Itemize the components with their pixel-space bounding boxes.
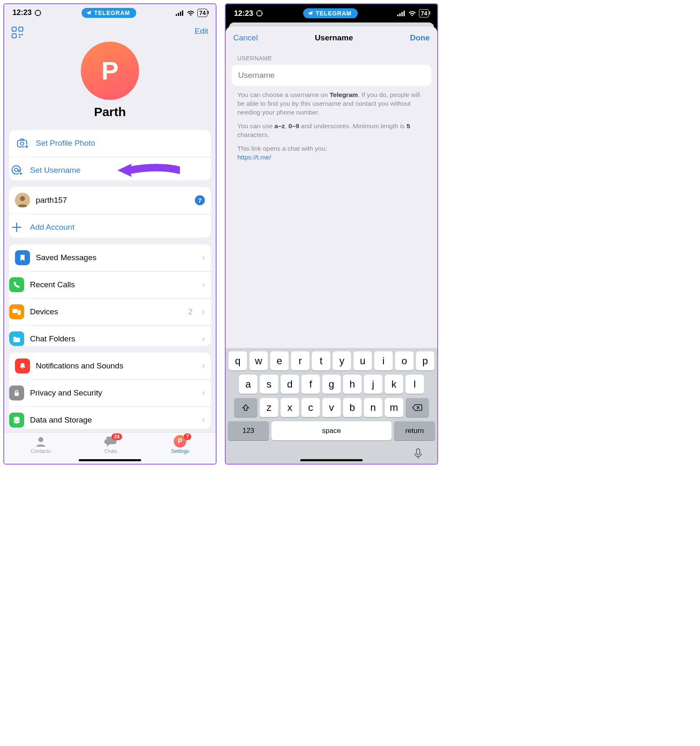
add-account-row[interactable]: Add Account — [9, 214, 211, 238]
key-r[interactable]: r — [291, 351, 309, 371]
key-k[interactable]: k — [385, 375, 403, 394]
arrow-pointer-icon — [117, 162, 180, 179]
profile-name: Parth — [4, 105, 216, 119]
key-f[interactable]: f — [301, 375, 320, 394]
telegram-pill[interactable]: TELEGRAM — [303, 8, 358, 18]
keyboard-row-3: z x c v b n m — [228, 398, 435, 417]
bell-icon — [15, 358, 30, 373]
key-x[interactable]: x — [281, 398, 299, 417]
home-indicator[interactable] — [79, 459, 141, 461]
tab-settings[interactable]: P 7 Settings — [171, 435, 189, 454]
svg-point-12 — [20, 142, 24, 145]
location-icon — [256, 10, 263, 17]
key-backspace[interactable] — [406, 398, 429, 417]
add-account-label: Add Account — [30, 223, 205, 232]
key-shift[interactable] — [234, 398, 257, 417]
help-text-2: You can use a–z, 0–9 and underscores. Mi… — [226, 117, 437, 139]
accounts-group: parth157 7 Add Account — [9, 187, 211, 238]
account-row[interactable]: parth157 7 — [9, 187, 211, 214]
keyboard: q w e r t y u i o p a s d f g h j k l — [226, 348, 437, 464]
key-j[interactable]: j — [364, 375, 382, 394]
chat-folders-row[interactable]: Chat Folders › — [9, 325, 211, 346]
tme-link[interactable]: https://t.me/ — [237, 154, 271, 161]
data-storage-row[interactable]: Data and Storage › — [9, 406, 211, 429]
set-username-row[interactable]: Set Username — [9, 157, 211, 181]
privacy-row[interactable]: Privacy and Security › — [9, 379, 211, 406]
chats-badge: 24 — [112, 433, 122, 440]
privacy-label: Privacy and Security — [30, 388, 193, 398]
svg-rect-5 — [12, 27, 16, 31]
chevron-right-icon: › — [202, 306, 205, 317]
svg-rect-20 — [17, 310, 21, 315]
account-badge: 7 — [195, 195, 205, 205]
username-input-row[interactable] — [232, 65, 431, 86]
key-space[interactable]: space — [272, 421, 392, 440]
cancel-button[interactable]: Cancel — [233, 33, 258, 42]
key-q[interactable]: q — [229, 351, 247, 371]
key-return[interactable]: return — [394, 421, 435, 440]
svg-rect-7 — [12, 34, 16, 38]
sheet-title: Username — [315, 33, 353, 42]
notifications-row[interactable]: Notifications and Sounds › — [9, 353, 211, 379]
username-input[interactable] — [238, 71, 425, 80]
devices-label: Devices — [30, 307, 182, 316]
tab-contacts-label: Contacts — [31, 448, 50, 454]
key-a[interactable]: a — [239, 375, 257, 394]
svg-rect-27 — [401, 12, 403, 16]
svg-point-23 — [38, 437, 43, 442]
key-h[interactable]: h — [343, 375, 361, 394]
key-s[interactable]: s — [260, 375, 278, 394]
svg-point-15 — [15, 168, 18, 172]
key-e[interactable]: e — [270, 351, 289, 371]
saved-messages-row[interactable]: Saved Messages › — [9, 244, 211, 271]
svg-rect-21 — [15, 393, 19, 396]
set-profile-photo-row[interactable]: Set Profile Photo — [9, 130, 211, 157]
key-z[interactable]: z — [260, 398, 278, 417]
svg-rect-25 — [397, 15, 399, 16]
chevron-right-icon: › — [202, 361, 205, 371]
keyboard-row-4: 123 space return — [228, 421, 435, 440]
chevron-right-icon: › — [202, 388, 205, 398]
key-t[interactable]: t — [312, 351, 330, 371]
telegram-pill[interactable]: TELEGRAM — [82, 8, 136, 18]
tab-chats-label: Chats — [104, 448, 117, 454]
key-b[interactable]: b — [343, 398, 361, 417]
account-name: parth157 — [36, 196, 189, 205]
svg-rect-3 — [180, 12, 181, 16]
svg-rect-6 — [19, 27, 23, 31]
recent-calls-row[interactable]: Recent Calls › — [9, 271, 211, 298]
svg-rect-1 — [176, 14, 177, 16]
key-d[interactable]: d — [281, 375, 299, 394]
key-v[interactable]: v — [322, 398, 341, 417]
key-p[interactable]: p — [416, 351, 434, 371]
avatar[interactable]: P — [81, 42, 139, 100]
signal-icon — [397, 10, 406, 16]
profile-header: P Parth — [4, 38, 216, 127]
key-i[interactable]: i — [374, 351, 393, 371]
help-text-3: This link opens a chat with you: https:/… — [226, 139, 437, 162]
done-button[interactable]: Done — [410, 33, 430, 42]
devices-row[interactable]: Devices 2 › — [9, 298, 211, 325]
at-plus-icon — [9, 163, 24, 178]
mic-icon[interactable] — [414, 448, 423, 460]
qr-icon[interactable] — [12, 27, 23, 38]
key-n[interactable]: n — [364, 398, 382, 417]
set-profile-photo-label: Set Profile Photo — [36, 139, 205, 148]
username-screen: 12:23 TELEGRAM 74 Cancel Username Done U… — [225, 3, 438, 465]
key-l[interactable]: l — [406, 375, 424, 394]
key-y[interactable]: y — [333, 351, 351, 371]
tab-contacts[interactable]: Contacts — [31, 435, 50, 454]
key-o[interactable]: o — [395, 351, 414, 371]
key-123[interactable]: 123 — [228, 421, 269, 440]
home-indicator[interactable] — [300, 459, 363, 461]
camera-plus-icon — [15, 136, 30, 151]
key-u[interactable]: u — [354, 351, 372, 371]
svg-rect-29 — [416, 449, 420, 455]
key-g[interactable]: g — [322, 375, 341, 394]
tab-chats[interactable]: 24 Chats — [104, 435, 118, 454]
key-w[interactable]: w — [249, 351, 268, 371]
edit-button[interactable]: Edit — [194, 27, 208, 36]
key-c[interactable]: c — [301, 398, 320, 417]
key-m[interactable]: m — [385, 398, 403, 417]
battery-icon: 74 — [197, 9, 207, 17]
